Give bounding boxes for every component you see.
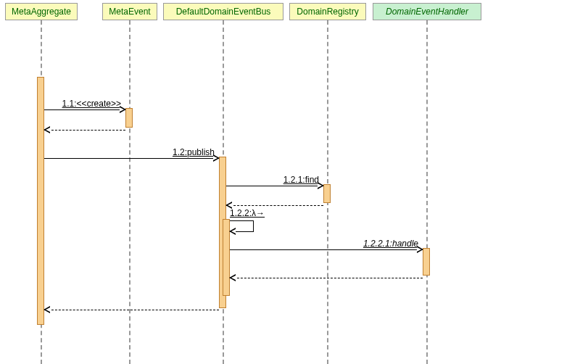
activation-p1-0 bbox=[37, 77, 44, 325]
arrowhead-icon bbox=[417, 246, 423, 253]
activation-p2-1 bbox=[125, 108, 133, 128]
message-label: 1.2:publish bbox=[173, 147, 215, 157]
message-m1r bbox=[44, 130, 125, 131]
arrowhead-icon bbox=[318, 182, 324, 189]
message-m3: 1.2.1:find bbox=[226, 186, 323, 186]
participant-p3: DefaultDomainEventBus bbox=[163, 3, 283, 20]
message-label: 1.1:<<create>> bbox=[62, 99, 121, 109]
message-line bbox=[226, 186, 323, 186]
message-m2r bbox=[44, 310, 219, 310]
self-message-m4: 1.2.2:λ→ bbox=[230, 220, 254, 232]
message-m3r bbox=[226, 205, 323, 206]
participant-p5: DomainEventHandler bbox=[373, 3, 481, 20]
participant-p1: MetaAggregate bbox=[5, 3, 78, 20]
message-m1: 1.1:<<create>> bbox=[44, 109, 125, 110]
arrowhead-icon bbox=[229, 228, 236, 235]
message-m5: 1.2.2.1:handle bbox=[230, 249, 423, 250]
message-m5r bbox=[230, 278, 423, 278]
activation-p5-5 bbox=[423, 248, 430, 276]
participant-p2: MetaEvent bbox=[102, 3, 157, 20]
message-label: 1.2.2:λ→ bbox=[230, 208, 265, 218]
arrowhead-icon bbox=[44, 126, 50, 133]
message-line bbox=[44, 158, 219, 159]
message-label: 1.2.1:find bbox=[283, 175, 319, 185]
participant-p4: DomainRegistry bbox=[289, 3, 366, 20]
message-m2: 1.2:publish bbox=[44, 158, 219, 159]
message-line bbox=[230, 249, 423, 250]
arrowhead-icon bbox=[229, 274, 236, 281]
message-label: 1.2.2.1:handle bbox=[363, 239, 418, 249]
message-line bbox=[226, 205, 323, 206]
message-line bbox=[44, 310, 219, 310]
arrowhead-icon bbox=[44, 306, 50, 313]
arrowhead-icon bbox=[213, 154, 220, 162]
message-line bbox=[44, 109, 125, 110]
activation-p4-3 bbox=[323, 184, 331, 203]
message-line bbox=[230, 278, 423, 278]
sequence-diagram: { "participants": [ { "id": "p1", "label… bbox=[0, 0, 588, 364]
message-line bbox=[44, 130, 125, 131]
arrowhead-icon bbox=[120, 106, 126, 113]
lifeline-p5 bbox=[426, 20, 428, 364]
lifeline-p2 bbox=[129, 20, 131, 364]
